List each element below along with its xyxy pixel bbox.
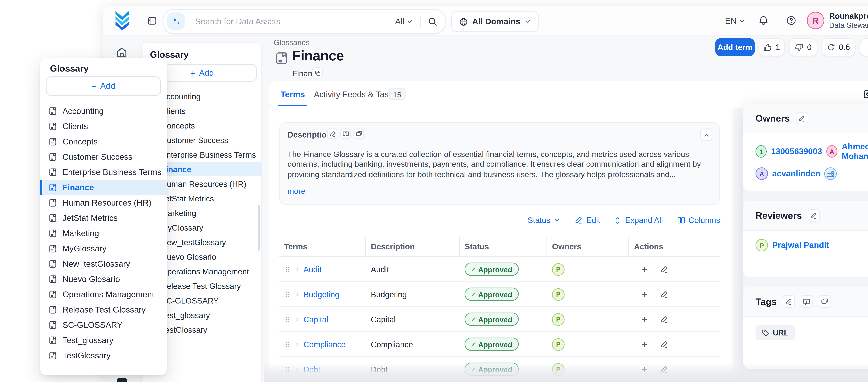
glossary-popover-item[interactable]: Concepts — [40, 134, 167, 149]
add-child-term-button[interactable]: + — [642, 264, 648, 274]
drag-handle-icon[interactable] — [284, 340, 291, 348]
edit-term-button[interactable] — [659, 340, 668, 348]
notifications-bell-icon[interactable] — [758, 15, 769, 26]
owner-avatar[interactable]: P — [552, 363, 564, 375]
owner-avatar[interactable]: P — [552, 338, 564, 350]
owner-avatar[interactable]: 1 — [755, 145, 767, 158]
glossary-popover-item[interactable]: JetStat Metrics — [40, 210, 167, 226]
owner-avatar[interactable]: P — [552, 313, 564, 325]
glossary-popover-item[interactable]: Marketing — [40, 226, 167, 241]
edit-term-button[interactable] — [659, 315, 668, 323]
owner-avatar[interactable]: A — [755, 167, 768, 180]
upvote-button[interactable]: 1 — [758, 38, 785, 56]
glossary-popover-item[interactable]: SC-GLOSSARY — [40, 317, 167, 333]
help-icon[interactable] — [786, 15, 797, 26]
glossary-popover-item[interactable]: Accounting — [40, 104, 167, 119]
expand-all-button[interactable]: Expand All — [614, 216, 663, 224]
app-logo-icon[interactable] — [114, 11, 130, 31]
popover-add-glossary-button[interactable]: + Add — [46, 77, 161, 96]
glossary-popover-item[interactable]: Human Resources (HR) — [40, 195, 167, 210]
table-row[interactable]: Capital Capital ✓Approved P + — [279, 307, 720, 332]
glossary-popover-item-selected[interactable]: Finance — [40, 180, 167, 195]
search-scope-dropdown[interactable]: All — [395, 17, 413, 26]
glossary-popover-item[interactable]: Enterprise Business Terms — [40, 165, 167, 180]
expand-row-icon[interactable] — [294, 291, 300, 298]
drag-handle-icon[interactable] — [284, 290, 291, 298]
drag-handle-icon[interactable] — [284, 265, 291, 273]
glossary-popover-item[interactable]: New_testGlossary — [40, 256, 167, 271]
add-child-term-button[interactable]: + — [642, 339, 648, 349]
table-row[interactable]: Debt Debt ✓Approved P + — [279, 357, 720, 382]
glossary-popover-item[interactable]: Clients — [40, 119, 167, 134]
edit-description-button[interactable] — [327, 128, 338, 139]
expand-row-icon[interactable] — [294, 366, 300, 373]
table-row[interactable]: Audit Audit ✓Approved P + — [279, 257, 720, 282]
edit-owners-button[interactable] — [796, 112, 808, 124]
ai-sparkle-icon[interactable] — [167, 12, 185, 30]
description-more-link[interactable]: more — [287, 187, 305, 195]
reviewer-link[interactable]: Prajwal Pandit — [772, 240, 829, 250]
add-term-button[interactable]: Add term — [715, 38, 755, 56]
more-owners-chip[interactable]: +8 — [825, 167, 837, 180]
glossary-popover-item[interactable]: Operations Management — [40, 287, 167, 302]
drag-handle-icon[interactable] — [284, 365, 291, 373]
add-child-term-button[interactable]: + — [642, 364, 648, 374]
tab-activity-feeds[interactable]: Activity Feeds & Tasks — [314, 90, 397, 99]
collapse-panel-icon[interactable] — [863, 89, 868, 99]
expand-row-icon[interactable] — [294, 266, 300, 273]
status-filter[interactable]: Status — [528, 216, 561, 224]
owner-link[interactable]: 13005639003 — [771, 147, 822, 156]
edit-term-button[interactable] — [659, 365, 668, 373]
downvote-button[interactable]: 0 — [789, 38, 817, 56]
sidebar-toggle-icon[interactable] — [147, 16, 157, 26]
copy-description-button[interactable] — [353, 128, 364, 139]
copy-name-button[interactable] — [312, 67, 323, 79]
term-link[interactable]: Compliance — [304, 340, 346, 348]
edit-term-button[interactable] — [659, 265, 668, 273]
owner-link[interactable]: acvanlinden — [772, 169, 820, 178]
reviewer-avatar[interactable]: P — [755, 239, 768, 252]
tag-chip-url[interactable]: URL — [755, 325, 795, 340]
comment-tags-button[interactable] — [800, 295, 813, 308]
collapse-description-button[interactable] — [700, 128, 712, 141]
add-child-term-button[interactable]: + — [642, 289, 648, 299]
edit-reviewers-button[interactable] — [807, 209, 820, 222]
glossary-popover-item[interactable]: Nuevo Glosario — [40, 271, 167, 287]
expand-row-icon[interactable] — [294, 341, 300, 348]
search-icon[interactable] — [428, 17, 437, 26]
rail-bottom-icon[interactable] — [117, 378, 127, 382]
owner-avatar[interactable]: P — [552, 288, 564, 300]
breadcrumb[interactable]: Glossaries — [274, 38, 310, 47]
glossary-popover-item[interactable]: Customer Success — [40, 149, 167, 165]
table-row[interactable]: Compliance Compliance ✓Approved P + — [279, 332, 720, 357]
user-avatar[interactable]: R — [807, 12, 824, 29]
table-row[interactable]: Budgeting Budgeting ✓Approved P + — [279, 282, 720, 307]
version-button[interactable]: 0.6 — [822, 38, 856, 56]
tab-terms[interactable]: Terms — [281, 90, 305, 99]
comment-description-button[interactable] — [340, 128, 351, 139]
sidebar-scrollbar[interactable] — [258, 205, 260, 251]
add-child-term-button[interactable]: + — [642, 314, 648, 324]
more-options-button[interactable] — [860, 38, 868, 56]
owner-link[interactable]: Ahmed Mohamed — [842, 142, 868, 161]
glossary-popover-item[interactable]: TestGlossary — [40, 348, 167, 363]
edit-button[interactable]: Edit — [575, 216, 600, 224]
domains-dropdown[interactable]: All Domains — [452, 11, 539, 32]
owner-avatar[interactable]: A — [826, 145, 838, 158]
glossary-popover-item[interactable]: Release Test Glossary — [40, 302, 167, 317]
term-link[interactable]: Capital — [304, 315, 328, 323]
language-selector[interactable]: EN — [725, 16, 745, 26]
drag-handle-icon[interactable] — [284, 315, 291, 323]
owner-avatar[interactable]: P — [552, 263, 564, 275]
expand-row-icon[interactable] — [294, 316, 300, 323]
edit-term-button[interactable] — [659, 290, 668, 298]
term-link[interactable]: Audit — [304, 265, 322, 273]
term-link[interactable]: Debt — [304, 365, 320, 373]
home-icon[interactable] — [116, 47, 128, 58]
global-search-input[interactable]: Search for Data Assets All — [162, 9, 446, 34]
columns-button[interactable]: Columns — [677, 216, 720, 224]
glossary-popover-item[interactable]: Test_glossary — [40, 333, 167, 348]
user-info[interactable]: Rounakpreet.d Data Steward — [829, 12, 868, 29]
copy-tags-button[interactable] — [818, 295, 831, 308]
edit-tags-button[interactable] — [782, 295, 795, 308]
